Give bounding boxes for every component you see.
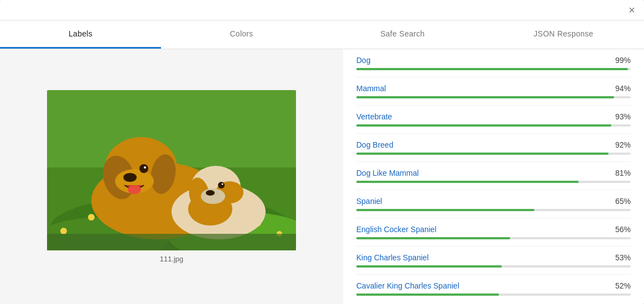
label-row: Dog Breed 92% [356, 140, 631, 149]
label-row: English Cocker Spaniel 56% [356, 225, 631, 234]
progress-bar-bg [356, 209, 631, 211]
progress-bar-bg [356, 293, 631, 296]
label-percent: 53% [615, 253, 631, 262]
label-name[interactable]: English Cocker Spaniel [356, 225, 437, 234]
label-name[interactable]: Dog Like Mammal [356, 169, 419, 177]
progress-bar-bg [356, 124, 631, 127]
progress-bar-fill [356, 293, 499, 296]
label-name[interactable]: King Charles Spaniel [356, 253, 429, 262]
label-item: English Cocker Spaniel 56% [356, 218, 631, 247]
progress-bar-fill [356, 124, 611, 127]
svg-point-5 [88, 214, 95, 221]
tab-json-response[interactable]: JSON Response [483, 20, 644, 49]
label-percent: 81% [615, 169, 631, 177]
label-percent: 92% [615, 140, 631, 149]
image-container [47, 90, 296, 250]
label-percent: 52% [615, 281, 631, 290]
progress-bar-fill [356, 181, 579, 183]
close-button[interactable]: × [629, 4, 635, 15]
label-name[interactable]: Dog Breed [356, 140, 393, 149]
tab-colors[interactable]: Colors [161, 20, 322, 49]
svg-point-9 [60, 228, 67, 234]
label-row: Mammal 94% [356, 84, 631, 93]
label-item: Cavalier King Charles Spaniel 52% [356, 275, 631, 299]
modal-header: × [0, 0, 644, 20]
label-name[interactable]: Cavalier King Charles Spaniel [356, 281, 459, 290]
tab-labels[interactable]: Labels [0, 20, 161, 49]
label-name[interactable]: Spaniel [356, 197, 382, 206]
dog-image [47, 90, 296, 250]
label-percent: 65% [615, 197, 631, 206]
label-name[interactable]: Vertebrate [356, 112, 392, 121]
labels-panel[interactable]: Dog 99% Mammal 94% Vertebrate 93% Dog Br… [343, 49, 644, 304]
progress-bar-bg [356, 96, 631, 98]
modal: × Labels Colors Safe Search JSON Respons… [0, 0, 644, 304]
progress-bar-bg [356, 237, 631, 239]
svg-point-16 [139, 164, 148, 173]
label-row: Dog 99% [356, 56, 631, 65]
progress-bar-bg [356, 68, 631, 70]
tab-safe-search[interactable]: Safe Search [322, 20, 483, 49]
label-row: King Charles Spaniel 53% [356, 253, 631, 262]
svg-rect-28 [47, 234, 296, 250]
svg-point-26 [218, 182, 225, 188]
label-row: Dog Like Mammal 81% [356, 169, 631, 177]
label-item: King Charles Spaniel 53% [356, 247, 631, 275]
progress-bar-fill [356, 237, 510, 239]
svg-point-17 [144, 166, 146, 169]
progress-bar-bg [356, 153, 631, 155]
label-item: Dog 99% [356, 49, 631, 77]
label-row: Cavalier King Charles Spaniel 52% [356, 281, 631, 290]
svg-point-27 [222, 184, 224, 185]
label-percent: 93% [615, 112, 631, 121]
label-item: Vertebrate 93% [356, 106, 631, 134]
image-filename: 111.jpg [160, 255, 184, 263]
label-item: Dog Breed 92% [356, 134, 631, 162]
label-name[interactable]: Mammal [356, 84, 386, 93]
progress-bar-bg [356, 181, 631, 183]
label-row: Spaniel 65% [356, 197, 631, 206]
tab-bar: Labels Colors Safe Search JSON Response [0, 20, 644, 49]
progress-bar-fill [356, 265, 502, 268]
label-percent: 99% [615, 56, 631, 65]
label-item: Spaniel 65% [356, 190, 631, 218]
svg-point-25 [206, 190, 215, 196]
progress-bar-bg [356, 265, 631, 268]
label-row: Vertebrate 93% [356, 112, 631, 121]
label-item: Dog Like Mammal 81% [356, 162, 631, 190]
label-item: Mammal 94% [356, 77, 631, 106]
label-name[interactable]: Dog [356, 56, 371, 65]
image-panel: 111.jpg [0, 49, 343, 304]
content-area: 111.jpg Dog 99% Mammal 94% Vertebrate 93… [0, 49, 644, 304]
label-percent: 56% [615, 225, 631, 234]
progress-bar-fill [356, 153, 609, 155]
svg-point-15 [123, 173, 137, 182]
progress-bar-fill [356, 209, 534, 211]
progress-bar-fill [356, 68, 628, 70]
progress-bar-fill [356, 96, 614, 98]
label-percent: 94% [615, 84, 631, 93]
svg-point-18 [128, 185, 141, 194]
